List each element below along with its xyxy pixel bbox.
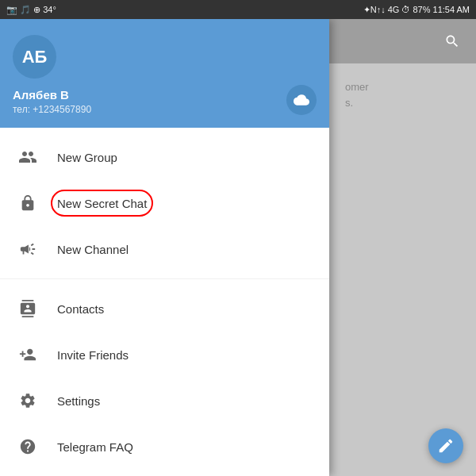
menu-item-settings[interactable]: Settings bbox=[0, 378, 329, 424]
lock-icon bbox=[16, 191, 40, 215]
drawer-header: АБ Алябев В тел: +1234567890 bbox=[0, 19, 329, 128]
menu-item-new-group[interactable]: New Group bbox=[0, 134, 329, 180]
user-phone: тел: +1234567890 bbox=[13, 104, 317, 115]
menu-list: New Group New Secret Chat bbox=[0, 128, 329, 476]
menu-divider-1 bbox=[0, 278, 329, 279]
user-name: Алябев В bbox=[13, 88, 317, 102]
chat-panel: omers. bbox=[329, 19, 476, 476]
contacts-label: Contacts bbox=[57, 302, 104, 316]
menu-item-new-channel[interactable]: New Channel bbox=[0, 226, 329, 272]
telegram-faq-label: Telegram FAQ bbox=[57, 440, 133, 454]
app-container: АБ Алябев В тел: +1234567890 New Group bbox=[0, 19, 476, 476]
chat-panel-header bbox=[329, 19, 476, 63]
menu-item-contacts[interactable]: Contacts bbox=[0, 286, 329, 332]
menu-item-invite-friends[interactable]: Invite Friends bbox=[0, 332, 329, 378]
cloud-button[interactable] bbox=[286, 85, 317, 115]
status-left: 📷 🎵 ⊕ 34° bbox=[6, 5, 56, 15]
megaphone-icon bbox=[16, 237, 40, 261]
search-button[interactable] bbox=[438, 27, 466, 56]
contacts-icon bbox=[16, 297, 40, 321]
new-channel-label: New Channel bbox=[57, 243, 129, 256]
new-secret-chat-label: New Secret Chat bbox=[57, 197, 147, 210]
settings-icon bbox=[16, 389, 40, 413]
connectivity-icons: ✦N↑↓ 4G ⏱ bbox=[363, 5, 411, 15]
status-right: ✦N↑↓ 4G ⏱ 87% 11:54 AM bbox=[363, 5, 470, 15]
avatar: АБ bbox=[13, 35, 56, 79]
group-icon bbox=[16, 145, 40, 169]
new-group-label: New Group bbox=[57, 151, 117, 164]
menu-item-new-secret-chat[interactable]: New Secret Chat bbox=[0, 180, 329, 226]
status-icons: 📷 🎵 ⊕ 34° bbox=[6, 5, 56, 15]
battery-level: 87% bbox=[413, 5, 430, 14]
chat-content: omers. bbox=[329, 63, 476, 126]
invite-icon bbox=[16, 343, 40, 367]
clock: 11:54 AM bbox=[433, 5, 470, 14]
navigation-drawer: АБ Алябев В тел: +1234567890 New Group bbox=[0, 19, 329, 476]
invite-friends-label: Invite Friends bbox=[57, 348, 129, 362]
menu-item-telegram-faq[interactable]: Telegram FAQ bbox=[0, 424, 329, 470]
compose-button[interactable] bbox=[428, 428, 463, 463]
help-icon bbox=[16, 435, 40, 459]
status-bar: 📷 🎵 ⊕ 34° ✦N↑↓ 4G ⏱ 87% 11:54 AM bbox=[0, 0, 476, 19]
settings-label: Settings bbox=[57, 394, 100, 408]
